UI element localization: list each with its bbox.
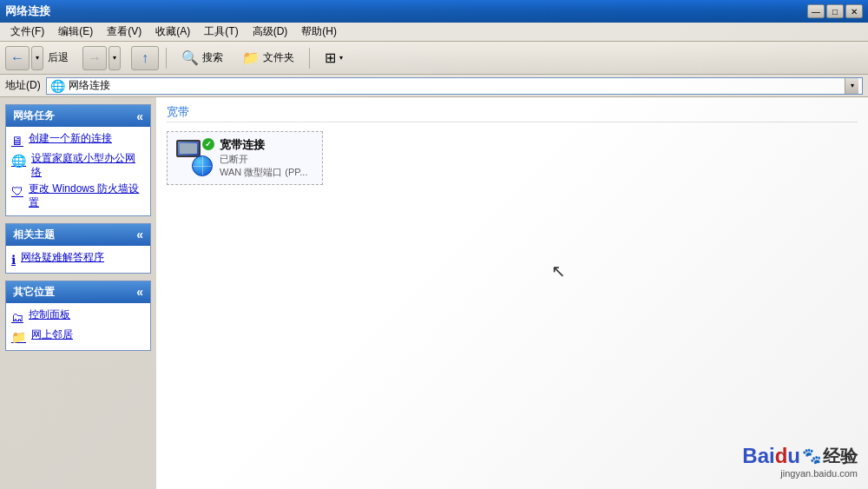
firewall-label: 更改 Windows 防火墙设置 <box>29 182 145 209</box>
related-topics-title: 相关主题 <box>13 228 55 242</box>
watermark-paw-icon: 🐾 <box>802 446 821 466</box>
watermark-jingyan: 经验 <box>823 445 858 468</box>
title-bar: 网络连接 — □ ✕ <box>0 0 868 23</box>
connection-icon: ✓ <box>176 140 213 176</box>
toolbar-sep-2 <box>309 48 310 69</box>
window: 网络连接 — □ ✕ 文件(F) 编辑(E) 查看(V) 收藏(A) 工具(T)… <box>0 0 868 489</box>
folders-label: 文件夹 <box>263 50 294 65</box>
folders-button[interactable]: 📁 文件夹 <box>234 45 302 71</box>
sidebar-create-connection[interactable]: 🖥 创建一个新的连接 <box>11 132 145 149</box>
connection-name: 宽带连接 <box>220 137 307 153</box>
forward-button[interactable]: → <box>82 46 107 70</box>
back-label: 后退 <box>48 50 69 65</box>
network-tasks-chevron[interactable]: « <box>136 109 143 123</box>
network-tasks-title: 网络任务 <box>13 109 55 123</box>
back-dropdown[interactable]: ▾ <box>31 46 43 70</box>
up-button[interactable]: ↑ <box>131 46 159 70</box>
create-connection-label: 创建一个新的连接 <box>29 132 112 146</box>
home-network-icon: 🌐 <box>11 153 26 169</box>
control-panel-label: 控制面板 <box>29 308 70 322</box>
forward-dropdown[interactable]: ▾ <box>108 46 121 70</box>
views-button[interactable]: ⊞ ▾ <box>317 45 351 71</box>
other-places-chevron[interactable]: « <box>136 285 143 299</box>
menu-file[interactable]: 文件(F) <box>3 23 51 41</box>
sidebar-related-topics: 相关主题 « ℹ 网络疑难解答程序 <box>5 223 151 274</box>
menu-tools[interactable]: 工具(T) <box>197 23 245 41</box>
broadband-connection[interactable]: ✓ 宽带连接 已断开 WAN 微型端口 (PP... <box>167 131 323 185</box>
sidebar-network-places[interactable]: 📁 网上邻居 <box>11 328 145 345</box>
search-button[interactable]: 🔍 搜索 <box>174 45 231 71</box>
watermark: Baidu 🐾 经验 jingyan.baidu.com <box>742 444 858 479</box>
address-value: 网络连接 <box>69 78 110 93</box>
minimize-button[interactable]: — <box>807 4 825 18</box>
search-label: 搜索 <box>202 50 223 65</box>
forward-button-group: → ▾ <box>82 46 121 70</box>
menu-help[interactable]: 帮助(H) <box>294 23 344 41</box>
info-icon: ℹ <box>11 252 16 268</box>
address-input-wrap[interactable]: 🌐 网络连接 ▾ <box>46 77 863 95</box>
control-panel-icon: 🗂 <box>11 309 23 325</box>
sidebar-setup-network[interactable]: 🌐 设置家庭或小型办公网络 <box>11 152 145 179</box>
troubleshoot-label: 网络疑难解答程序 <box>21 251 104 265</box>
menu-favorites[interactable]: 收藏(A) <box>148 23 197 41</box>
firewall-icon: 🛡 <box>11 183 23 199</box>
window-title: 网络连接 <box>5 3 807 19</box>
address-label: 地址(D) <box>5 78 41 93</box>
views-dropdown-arrow: ▾ <box>339 54 343 62</box>
menu-edit[interactable]: 编辑(E) <box>51 23 100 41</box>
network-tasks-header: 网络任务 « <box>6 105 150 127</box>
network-places-label: 网上邻居 <box>31 328 73 342</box>
watermark-url: jingyan.baidu.com <box>780 468 858 479</box>
connection-check-icon: ✓ <box>202 138 214 150</box>
menu-bar: 文件(F) 编辑(E) 查看(V) 收藏(A) 工具(T) 高级(D) 帮助(H… <box>0 23 868 42</box>
folder-icon: 📁 <box>242 50 260 66</box>
other-places-body: 🗂 控制面板 📁 网上邻居 <box>6 303 150 350</box>
connection-type: WAN 微型端口 (PP... <box>220 166 307 179</box>
address-bar: 地址(D) 🌐 网络连接 ▾ <box>0 75 868 97</box>
back-button[interactable]: ← <box>5 46 30 70</box>
watermark-bai: Baidu <box>742 444 800 468</box>
network-places-icon: 📁 <box>11 329 26 345</box>
back-button-group: ← ▾ 后退 <box>5 46 69 70</box>
broadband-section-title: 宽带 <box>167 104 858 122</box>
toolbar: ← ▾ 后退 → ▾ ↑ 🔍 搜索 📁 <box>0 42 868 75</box>
sidebar-control-panel[interactable]: 🗂 控制面板 <box>11 308 145 325</box>
main-content: 网络任务 « 🖥 创建一个新的连接 🌐 设置家庭或小型办公网络 <box>0 97 868 489</box>
sidebar-troubleshoot[interactable]: ℹ 网络疑难解答程序 <box>11 251 145 268</box>
search-icon: 🔍 <box>181 50 199 66</box>
sidebar-firewall[interactable]: 🛡 更改 Windows 防火墙设置 <box>11 182 145 209</box>
title-bar-buttons: — □ ✕ <box>807 4 863 18</box>
setup-network-label: 设置家庭或小型办公网络 <box>31 152 145 179</box>
sidebar-other-places: 其它位置 « 🗂 控制面板 📁 网上邻居 <box>5 281 151 351</box>
sidebar: 网络任务 « 🖥 创建一个新的连接 🌐 设置家庭或小型办公网络 <box>0 97 156 489</box>
address-globe-icon: 🌐 <box>50 79 65 93</box>
connection-status: 已断开 <box>220 153 307 166</box>
other-places-title: 其它位置 <box>13 285 55 300</box>
maximize-button[interactable]: □ <box>826 4 844 18</box>
related-topics-body: ℹ 网络疑难解答程序 <box>6 246 150 273</box>
menu-view[interactable]: 查看(V) <box>100 23 148 41</box>
connection-info: 宽带连接 已断开 WAN 微型端口 (PP... <box>220 137 307 179</box>
sidebar-network-tasks: 网络任务 « 🖥 创建一个新的连接 🌐 设置家庭或小型办公网络 <box>5 104 151 216</box>
related-topics-chevron[interactable]: « <box>136 228 143 241</box>
toolbar-sep-1 <box>166 48 167 69</box>
menu-advanced[interactable]: 高级(D) <box>246 23 295 41</box>
related-topics-header: 相关主题 « <box>6 224 150 246</box>
network-tasks-body: 🖥 创建一个新的连接 🌐 设置家庭或小型办公网络 🛡 更改 Windows 防火… <box>6 127 150 215</box>
monitor-icon: 🖥 <box>11 133 23 149</box>
other-places-header: 其它位置 « <box>6 281 150 303</box>
mouse-cursor: ↖ <box>551 261 566 281</box>
views-icon: ⊞ <box>325 50 336 66</box>
content-area: 宽带 ✓ <box>156 97 868 489</box>
address-dropdown-arrow[interactable]: ▾ <box>845 78 858 94</box>
close-button[interactable]: ✕ <box>845 4 863 18</box>
